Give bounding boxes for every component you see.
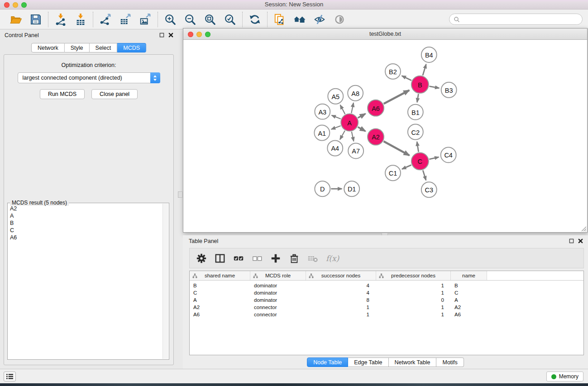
graph-node-label-C3: C3 (425, 186, 433, 194)
graph-edge-A-A7[interactable] (352, 132, 354, 141)
zoom-out-button[interactable] (183, 13, 197, 26)
minimize-window-button[interactable] (13, 2, 18, 8)
graph-edge-C-C4[interactable] (429, 157, 439, 159)
network-zoom-button[interactable] (205, 32, 210, 37)
memory-button[interactable]: Memory (546, 372, 583, 381)
memory-status-icon (551, 374, 556, 379)
graph-edge-B-B3[interactable] (429, 86, 439, 88)
graph-edge-B-B4[interactable] (423, 64, 426, 76)
table-options-button[interactable] (195, 252, 208, 265)
network-close-button[interactable] (188, 32, 193, 37)
mcds-result-item[interactable]: A6 (10, 234, 162, 241)
graph-edge-B-B1[interactable] (417, 94, 418, 102)
float-panel-icon[interactable] (159, 33, 164, 38)
tab-network[interactable]: Network (31, 43, 65, 52)
table-cell: A (190, 297, 250, 303)
zoom-in-button[interactable] (163, 13, 177, 26)
float-table-panel-icon[interactable] (569, 238, 574, 243)
import-network-button[interactable] (54, 13, 67, 26)
zoom-selected-button[interactable] (223, 13, 237, 26)
open-session-button[interactable] (9, 13, 23, 26)
tab-edge-table[interactable]: Edge Table (348, 357, 388, 367)
close-panel-button[interactable]: Close panel (91, 89, 138, 99)
table-cell: connector (250, 305, 306, 310)
mcds-result-item[interactable]: A (10, 212, 162, 219)
criterion-dropdown[interactable]: largest connected component (directed) (18, 72, 160, 83)
graph-edge-B-B2[interactable] (402, 76, 411, 80)
mcds-result-item[interactable]: B (10, 219, 162, 227)
tab-node-table[interactable]: Node Table (307, 357, 348, 367)
tab-motifs[interactable]: Motifs (436, 357, 464, 367)
export-network-button[interactable] (99, 13, 112, 26)
graph-edge-A6-B[interactable] (384, 90, 409, 104)
column-header-shared-name[interactable]: shared name (190, 271, 250, 280)
graph-edge-C-C3[interactable] (423, 170, 426, 180)
delete-columns-button[interactable] (288, 252, 301, 265)
show-columns-button[interactable] (214, 252, 226, 265)
graph-edge-A-A3[interactable] (332, 115, 341, 119)
result-scrollbar[interactable] (163, 204, 168, 359)
column-header-mcds-role[interactable]: MCDS role (250, 271, 306, 280)
panel-list-button[interactable] (4, 372, 16, 381)
vertical-splitter-grip[interactable] (178, 191, 182, 198)
table-row-A6[interactable]: A6connector11A6 (190, 311, 583, 318)
graph-node-label-A7: A7 (352, 148, 360, 155)
show-details-button[interactable] (333, 13, 346, 26)
duplicate-network-button[interactable] (273, 13, 287, 26)
function-builder-button[interactable]: f(x) (325, 252, 339, 265)
close-window-button[interactable] (4, 2, 10, 8)
graph-edge-A-A5[interactable] (340, 105, 345, 114)
network-canvas[interactable]: AA1A2A3A4A5A6A7A8BB1B2B3B4CC1C2C3C4DD1 (183, 40, 587, 232)
tab-mcds[interactable]: MCDS (117, 43, 146, 52)
graph-edge-A2-C[interactable] (384, 141, 410, 155)
statusbar: Memory (0, 369, 588, 383)
tab-network-table[interactable]: Network Table (389, 357, 437, 367)
zoom-fit-button[interactable] (203, 13, 217, 26)
mcds-result-item[interactable]: A2 (10, 205, 162, 212)
column-header-predecessor-nodes[interactable]: predecessor nodes (376, 271, 451, 280)
graph-edge-C-C1[interactable] (402, 165, 411, 169)
close-panel-icon[interactable] (168, 33, 173, 38)
export-table-button[interactable] (119, 13, 132, 26)
zoom-selected-icon (224, 13, 236, 26)
table-cell: 1 (376, 290, 451, 295)
graph-edge-A-A2[interactable] (358, 127, 366, 131)
graph-edge-C-C2[interactable] (417, 142, 418, 152)
graph-edge-A-A6[interactable] (358, 114, 366, 118)
run-mcds-button[interactable]: Run MCDS (40, 89, 85, 99)
search-input[interactable] (462, 16, 578, 23)
export-image-button[interactable] (139, 13, 152, 26)
mcds-result-item[interactable]: C (10, 227, 162, 234)
hide-details-button[interactable] (313, 13, 326, 26)
column-header-successor-nodes[interactable]: successor nodes (306, 271, 376, 280)
save-session-button[interactable] (29, 13, 43, 26)
table-row-A[interactable]: Adominator80A (190, 296, 583, 304)
zoom-window-button[interactable] (21, 2, 27, 8)
table-row-C[interactable]: Cdominator41C (190, 289, 583, 296)
tab-select[interactable]: Select (90, 43, 118, 52)
select-all-columns-button[interactable] (232, 252, 245, 265)
attribute-type-icon (379, 273, 384, 278)
graph-edge-A-A4[interactable] (340, 131, 345, 139)
home-button[interactable] (293, 13, 306, 26)
delete-table-button[interactable] (306, 252, 319, 265)
unselect-all-columns-button[interactable] (251, 252, 263, 265)
close-table-panel-icon[interactable] (578, 238, 583, 243)
table-cell: 1 (306, 312, 376, 317)
network-window-titlebar[interactable]: testGlobe.txt (183, 29, 587, 40)
refresh-button[interactable] (248, 13, 262, 26)
network-minimize-button[interactable] (196, 32, 202, 37)
checked-boxes-icon (233, 253, 244, 264)
graph-edge-A-A1[interactable] (331, 126, 341, 129)
table-panel-title: Table Panel (189, 238, 218, 244)
tab-style[interactable]: Style (65, 43, 90, 52)
table-row-B[interactable]: Bdominator41B (190, 282, 583, 289)
graph-edge-A-A8[interactable] (351, 103, 354, 113)
create-column-button[interactable] (269, 252, 282, 265)
table-row-A2[interactable]: A2connector11A2 (190, 304, 583, 311)
eye-slash-icon (313, 13, 326, 26)
column-header-name[interactable]: name (451, 271, 487, 280)
import-table-button[interactable] (74, 13, 87, 26)
resize-grip-icon[interactable] (581, 226, 587, 232)
fx-icon: f(x) (325, 254, 339, 263)
